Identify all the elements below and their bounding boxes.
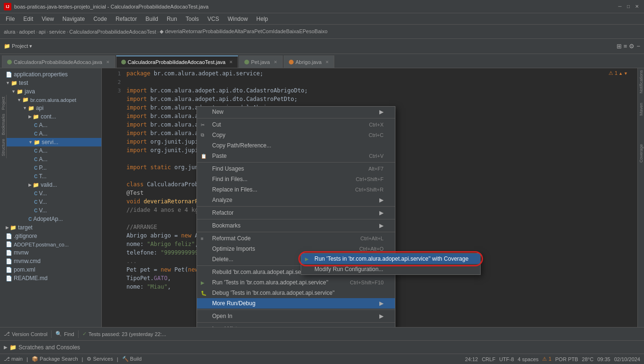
tab-close-calculadora[interactable]: ✕: [106, 60, 110, 64]
menu-help[interactable]: Help: [252, 15, 272, 23]
indent[interactable]: 4 spaces: [518, 356, 538, 362]
context-menu: New ▶ ✂ Cut Ctrl+X ⧉ Copy Ctrl+C Copy Pa…: [197, 106, 395, 327]
scratches-item[interactable]: [0, 330, 8, 340]
build-btn[interactable]: 🔨 Build: [122, 356, 142, 362]
tree-st[interactable]: C T...: [0, 172, 101, 181]
coverage-label[interactable]: Coverage: [639, 142, 644, 164]
tree-v2[interactable]: C V...: [0, 198, 101, 206]
tree-cont-folder[interactable]: ▶ 📁 cont...: [0, 112, 101, 121]
close-button[interactable]: ✕: [634, 3, 640, 10]
breadcrumb-method[interactable]: ◆ deveriaRetornarProbabilidadeAltaParaPe…: [160, 28, 327, 35]
ctx-debug-tests[interactable]: 🐛 Debug 'Tests in 'br.com.alura.adopet.a…: [197, 288, 395, 298]
menu-vcs[interactable]: VCS: [204, 15, 223, 23]
tree-target[interactable]: ▶ 📁 target: [0, 223, 101, 232]
encoding[interactable]: UTF-8: [499, 356, 514, 362]
tree-test-folder[interactable]: ▼ 📁 test: [0, 79, 101, 87]
tree-v3[interactable]: C V...: [0, 206, 101, 215]
menu-tools[interactable]: Tools: [182, 15, 203, 23]
version-control-btn[interactable]: ⎇ Version Control: [4, 331, 47, 337]
menu-code[interactable]: Code: [89, 15, 111, 23]
menu-navigate[interactable]: Navigate: [59, 15, 89, 23]
tree-mvnw-cmd[interactable]: 📄 mvnw.cmd: [0, 257, 101, 265]
ctx-local-history[interactable]: Local History ▶: [197, 324, 395, 327]
tab-pet-java[interactable]: Pet.java ✕: [239, 55, 283, 68]
ctx-more-run-debug[interactable]: More Run/Debug ▶: [197, 298, 395, 309]
tree-application-properties[interactable]: 📄 application.properties: [0, 70, 101, 79]
menu-build[interactable]: Build: [142, 15, 162, 23]
line-ending[interactable]: CRLF: [482, 356, 495, 362]
tab-abrigo-java[interactable]: Abrigo.java ✕: [284, 55, 334, 68]
breadcrumb-adopet[interactable]: adopet: [19, 29, 35, 35]
breadcrumb-alura[interactable]: alura: [4, 29, 15, 35]
services-btn[interactable]: ⚙ Services: [87, 356, 113, 362]
tree-mvnw[interactable]: 📄 mvnw: [0, 248, 101, 257]
tree-a2[interactable]: C A...: [0, 129, 101, 138]
tab-calculadora-java[interactable]: CalculadoraProbabilidadeAdocao.java ✕: [2, 55, 115, 68]
ctx-copy-path[interactable]: Copy Path/Reference...: [197, 140, 395, 151]
ctx-run-tests[interactable]: ▶ Run 'Tests in 'br.com.alura.adopet.api…: [197, 277, 395, 288]
menu-file[interactable]: File: [2, 15, 18, 23]
menu-refactor[interactable]: Refactor: [112, 15, 141, 23]
maven-label[interactable]: Maven: [639, 103, 644, 116]
tree-postman[interactable]: 📄 ADOPET.postman_co...: [0, 240, 101, 248]
ctx-open-in[interactable]: Open In ▶: [197, 311, 395, 321]
ctx-find-usages[interactable]: Find Usages Alt+F7: [197, 164, 395, 174]
tab-close-abrigo[interactable]: ✕: [325, 60, 329, 64]
ctx-cut[interactable]: ✂ Cut Ctrl+X: [197, 119, 395, 130]
tab-calculadora-test-java[interactable]: CalculadoraProbabilidadeAdocaoTest.java …: [116, 55, 239, 68]
tree-servi-folder[interactable]: ▼ 📁 servi...: [0, 138, 101, 146]
breadcrumb: alura › adopet › api › service › Calcula…: [4, 28, 328, 35]
tree-package-folder[interactable]: ▼ 📁 br.com.alura.adopet: [0, 96, 101, 104]
tree-a1[interactable]: C A...: [0, 121, 101, 129]
bookmarks-label[interactable]: Bookmarks: [1, 112, 6, 137]
breadcrumb-class[interactable]: CalculadoraProbabilidadeAdocaoTest: [69, 29, 156, 35]
breadcrumb-service[interactable]: service: [49, 29, 66, 35]
notifications-label[interactable]: Notifications: [639, 70, 644, 93]
ctx-copy[interactable]: ⧉ Copy Ctrl+C: [197, 130, 395, 140]
git-branch[interactable]: ⎇ main: [4, 356, 23, 362]
scratches-expand-icon[interactable]: ▶: [4, 345, 8, 350]
tree-readme[interactable]: 📄 README.md: [0, 274, 101, 282]
ctx-new[interactable]: New ▶: [197, 107, 395, 117]
ctx-refactor[interactable]: Refactor ▶: [197, 208, 395, 218]
ctx-paste[interactable]: 📋 Paste Ctrl+V: [197, 151, 395, 161]
toolbar-sort-icon[interactable]: ≡: [624, 43, 627, 50]
structure-label[interactable]: Structure: [1, 137, 6, 158]
find-btn[interactable]: 🔍 Find: [55, 331, 74, 337]
ctx-reformat[interactable]: ≡ Reformat Code Ctrl+Alt+L: [197, 233, 395, 244]
submenu-modify-config[interactable]: Modify Run Configuration...: [301, 264, 480, 274]
toolbar-options-icon[interactable]: ⚙: [629, 43, 635, 50]
scratches-label[interactable]: Scratches and Consoles: [18, 344, 80, 351]
tree-adopet[interactable]: C AdopetAp...: [0, 215, 101, 223]
ctx-bookmarks[interactable]: Bookmarks ▶: [197, 220, 395, 231]
tree-api-folder[interactable]: ▼ 📁 api: [0, 104, 101, 112]
menu-window[interactable]: Window: [224, 15, 252, 23]
breadcrumb-api[interactable]: api: [38, 29, 45, 35]
ctx-find-files[interactable]: Find in Files... Ctrl+Shift+F: [197, 174, 395, 184]
menu-edit[interactable]: Edit: [19, 15, 37, 23]
project-label[interactable]: Project: [1, 95, 6, 112]
maximize-button[interactable]: □: [625, 3, 632, 10]
ctx-analyze[interactable]: Analyze ▶: [197, 195, 395, 205]
toolbar-structure-icon[interactable]: ⊞: [617, 43, 622, 50]
tab-close-test[interactable]: ✕: [229, 60, 233, 64]
toolbar-close-icon[interactable]: −: [636, 43, 640, 50]
tree-gitignore[interactable]: 📄 .gitignore: [0, 232, 101, 240]
submenu-run-coverage[interactable]: ▶ Run 'Tests in 'br.com.alura.adopet.api…: [301, 254, 480, 264]
ctx-optimize[interactable]: Optimize Imports Ctrl+Alt+O: [197, 244, 395, 254]
menu-view[interactable]: View: [38, 15, 58, 23]
tests-btn[interactable]: ✓ Tests passed: 23 (yesterday 22:...: [82, 331, 166, 337]
ctx-replace-files[interactable]: Replace in Files... Ctrl+Shift+R: [197, 184, 395, 195]
tree-sa1[interactable]: C A...: [0, 146, 101, 155]
tree-sa2[interactable]: C A...: [0, 155, 101, 164]
tree-java-folder[interactable]: ▼ 📁 java: [0, 87, 101, 96]
minimize-button[interactable]: ─: [617, 3, 623, 10]
tree-sp[interactable]: C P...: [0, 164, 101, 172]
tree-v1[interactable]: C V...: [0, 189, 101, 198]
tree-valid-folder[interactable]: ▶ 📁 valid...: [0, 181, 101, 189]
tree-pom[interactable]: 📄 pom.xml: [0, 265, 101, 274]
tab-close-pet[interactable]: ✕: [274, 60, 277, 64]
editor-area[interactable]: 1 package br.com.alura.adopet.api.servic…: [102, 68, 637, 327]
package-search-btn[interactable]: 📦 Package Search: [32, 356, 78, 362]
menu-run[interactable]: Run: [163, 15, 181, 23]
